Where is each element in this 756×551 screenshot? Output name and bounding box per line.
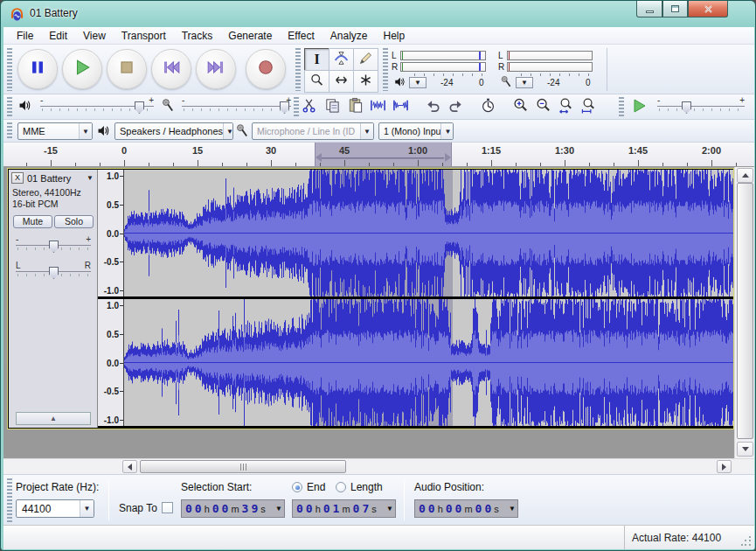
transport-toolbar-grip[interactable] (7, 48, 12, 91)
length-radio[interactable] (336, 482, 346, 492)
arrow-left-icon (128, 464, 132, 471)
trim-audio-button[interactable] (367, 96, 388, 117)
track-close-button[interactable]: X (11, 172, 24, 184)
audio-position-field[interactable]: 00h 00m 00s ▼ (414, 499, 518, 518)
undo-button[interactable] (422, 96, 443, 117)
scroll-down-button[interactable] (737, 442, 753, 457)
close-button[interactable] (688, 1, 728, 17)
output-volume-slider[interactable]: - + (40, 99, 154, 115)
selection-end-field[interactable]: 00h 01m 07s ▼ (292, 499, 396, 518)
record-button[interactable] (246, 49, 286, 89)
recording-device-select[interactable]: Microphone / Line In (ID▼ (252, 122, 374, 140)
silence-audio-button[interactable] (390, 96, 411, 117)
paste-button[interactable] (344, 96, 365, 117)
track-control-panel[interactable]: X 01 Battery▼ Stereo, 44100Hz 16-bit PCM… (9, 170, 98, 428)
fit-selection-button[interactable] (555, 96, 576, 117)
playback-device-select[interactable]: Speakers / Headphones▼ (114, 122, 233, 140)
timer-button[interactable] (477, 96, 498, 117)
audio-host-select[interactable]: MME▼ (17, 122, 93, 140)
skip-to-end-button[interactable] (196, 49, 236, 89)
timeline-ruler[interactable]: -1501530451:001:151:301:452:00 (3, 143, 754, 167)
playback-meter-right-bar (400, 62, 486, 72)
selection-toolbar-grip[interactable] (7, 478, 12, 522)
output-volume-thumb[interactable] (135, 101, 144, 114)
horizontal-scrollbar[interactable] (3, 458, 754, 474)
playback-speed-slider[interactable]: - + (657, 99, 745, 115)
device-toolbar-grip[interactable] (7, 122, 12, 140)
track-collapse-button[interactable]: ▲ (16, 412, 91, 425)
menu-file[interactable]: File (9, 28, 41, 44)
recording-channels-select[interactable]: 1 (Mono) Inpu▼ (378, 122, 454, 140)
multi-tool-tool-button[interactable] (353, 70, 378, 93)
fit-project-button[interactable] (578, 96, 599, 117)
track-pan-slider[interactable]: L R (16, 264, 91, 280)
maximize-button[interactable] (662, 1, 688, 17)
zoom-in-button[interactable] (510, 96, 531, 117)
track-gain-thumb[interactable] (49, 241, 59, 253)
menu-effect[interactable]: Effect (280, 28, 322, 44)
playback-meter[interactable]: L R ▼ -24 0 (392, 50, 493, 90)
timeline-label-1:45: 1:45 (628, 145, 648, 156)
pause-button[interactable] (17, 49, 58, 89)
cut-button[interactable] (299, 96, 320, 117)
menu-edit[interactable]: Edit (41, 28, 75, 44)
draw-tool-button[interactable] (353, 48, 378, 71)
envelope-tool-button[interactable] (329, 48, 354, 71)
menu-view[interactable]: View (75, 28, 114, 44)
maximize-icon (671, 5, 679, 12)
minimize-button[interactable] (636, 1, 662, 17)
resize-grip[interactable] (741, 536, 752, 547)
recording-meter[interactable]: L R ▼ -24 0 (498, 50, 600, 90)
play-button[interactable] (62, 49, 102, 89)
solo-button[interactable]: Solo (54, 215, 94, 228)
track-pan-thumb[interactable] (49, 267, 59, 279)
title-bar[interactable]: 01 Battery (1, 1, 756, 27)
menu-tracks[interactable]: Tracks (174, 28, 221, 44)
end-radio[interactable] (292, 482, 302, 492)
mute-button[interactable]: Mute (13, 215, 52, 228)
timeline-selection[interactable] (315, 143, 452, 167)
scroll-right-button[interactable] (717, 460, 732, 473)
zoom-out-button[interactable] (532, 96, 553, 117)
tools-toolbar-grip[interactable] (295, 48, 301, 91)
microphone-icon (161, 98, 176, 113)
playback-meter-menu-arrow[interactable]: ▼ (409, 77, 427, 88)
vertical-scrollbar[interactable] (734, 167, 754, 458)
skip-to-start-button[interactable] (151, 49, 191, 89)
actual-rate-panel: Actual Rate: 44100 (624, 526, 754, 549)
redo-button[interactable] (445, 96, 466, 117)
playback-speed-thumb[interactable] (682, 101, 691, 114)
microphone-icon (500, 75, 513, 90)
waveform-right-channel[interactable] (124, 299, 733, 426)
input-volume-slider[interactable]: - + (182, 99, 291, 115)
snap-to-checkbox[interactable] (162, 502, 173, 513)
end-radio-label: End (307, 481, 325, 493)
input-volume-thumb[interactable] (280, 101, 289, 114)
menu-generate[interactable]: Generate (220, 28, 280, 44)
time-shift-tool-button[interactable] (329, 70, 354, 93)
vertical-scroll-thumb[interactable] (737, 183, 753, 439)
track-gain-slider[interactable]: - + (16, 238, 91, 254)
project-rate-select[interactable]: 44100▼ (16, 499, 94, 518)
play-at-speed-button[interactable] (626, 96, 652, 118)
mixer-toolbar-grip[interactable] (7, 97, 12, 117)
meter-toolbar-grip[interactable] (383, 48, 388, 91)
menu-transport[interactable]: Transport (114, 28, 174, 44)
horizontal-scroll-thumb[interactable] (140, 460, 346, 473)
track-title-menu[interactable]: 01 Battery▼ (26, 172, 94, 184)
stop-button[interactable] (107, 49, 147, 89)
scroll-left-button[interactable] (122, 460, 137, 473)
waveform-left-channel[interactable] (124, 170, 733, 296)
recording-meter-menu-arrow[interactable]: ▼ (516, 77, 533, 88)
copy-button[interactable] (322, 96, 343, 117)
zoom-tool-button[interactable] (304, 70, 329, 93)
selection-start-field[interactable]: 00h 00m 39s ▼ (181, 499, 285, 518)
menu-help[interactable]: Help (376, 28, 413, 44)
scroll-up-button[interactable] (737, 168, 753, 183)
menu-analyze[interactable]: Analyze (323, 28, 376, 44)
selection-tool-button[interactable]: I (304, 48, 329, 71)
recording-meter-right-label: R (498, 62, 507, 72)
chevron-down-icon: ▼ (80, 500, 94, 517)
transcription-toolbar-grip[interactable] (619, 97, 624, 117)
timeline-label-1:30: 1:30 (555, 145, 574, 156)
